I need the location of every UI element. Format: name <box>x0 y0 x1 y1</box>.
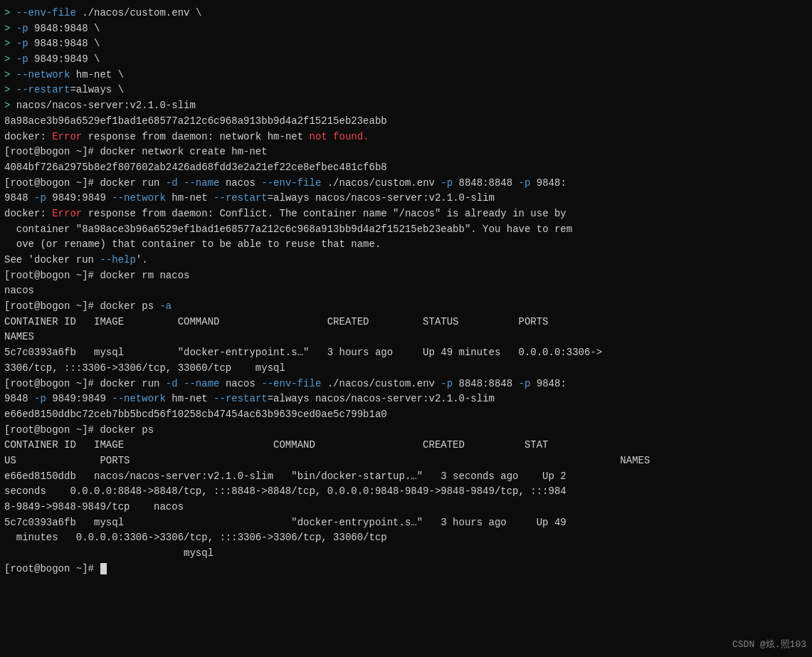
line-4: > -p 9849:9849 \ <box>3 52 809 68</box>
line-16: nacos <box>3 283 809 299</box>
table-row-2a2: seconds 0.0.0.0:8848->8848/tcp, :::8848-… <box>3 484 809 500</box>
line-7: > nacos/nacos-server:v2.1.0-slim <box>3 98 809 114</box>
line-14: See 'docker run --help'. <box>3 253 809 268</box>
watermark: CSDN @炫.照103 <box>732 638 806 652</box>
line-12b: 9848 -p 9849:9849 --network hm-net --res… <box>3 191 809 206</box>
line-18: [root@bogon ~]# docker run -d --name nac… <box>3 377 809 392</box>
line-13c: ove (or rename) that container to be abl… <box>3 237 809 253</box>
table-header-2b: US PORTS NAMES <box>3 453 809 469</box>
table-header-2: CONTAINER ID IMAGE COMMAND CREATED STAT <box>3 438 809 453</box>
table-row-1: 5c7c0393a6fb mysql "docker-entrypoint.s…… <box>3 345 809 361</box>
table-row-2b: 5c7c0393a6fb mysql "docker-entrypoint.s…… <box>3 515 809 531</box>
table-row-2a: e66ed8150ddb nacos/nacos-server:v2.1.0-s… <box>3 469 809 485</box>
line-5: > --network hm-net \ <box>3 68 809 83</box>
table-row-2b3: mysql <box>3 546 809 562</box>
line-18b: 9848 -p 9849:9849 --network hm-net --res… <box>3 391 809 407</box>
line-1: > --env-file ./nacos/custom.env \ <box>3 6 809 21</box>
line-8: 8a98ace3b96a6529ef1bad1e68577a212c6c968a… <box>3 114 809 130</box>
table-header-1: CONTAINER ID IMAGE COMMAND CREATED STATU… <box>3 315 809 345</box>
line-11: 4084bf726a2975b8e2f807602ab2426ad68fdd3e… <box>3 160 809 176</box>
table-row-2b2: minutes 0.0.0.0:3306->3306/tcp, :::3306-… <box>3 530 809 546</box>
cursor-blink <box>100 563 107 574</box>
line-9: docker: Error response from daemon: netw… <box>3 130 809 145</box>
line-10: [root@bogon ~]# docker network create hm… <box>3 144 809 160</box>
line-17: [root@bogon ~]# docker ps -a <box>3 299 809 315</box>
table-row-2a3: 8-9849->9848-9849/tcp nacos <box>3 500 809 515</box>
line-20: [root@bogon ~]# docker ps <box>3 423 809 438</box>
terminal: > --env-file ./nacos/custom.env \ > -p 9… <box>0 0 812 657</box>
prompt-line[interactable]: [root@bogon ~]# <box>3 562 809 577</box>
line-2: > -p 9848:9848 \ <box>3 21 809 37</box>
line-19: e66ed8150ddbc72ceb7bb5bcd56f10258cb47454… <box>3 407 809 423</box>
line-13: docker: Error response from daemon: Conf… <box>3 206 809 222</box>
line-6: > --restart=always \ <box>3 83 809 98</box>
line-13b: container "8a98ace3b96a6529ef1bad1e68577… <box>3 222 809 238</box>
line-12: [root@bogon ~]# docker run -d --name nac… <box>3 176 809 191</box>
line-3: > -p 9848:9848 \ <box>3 36 809 52</box>
table-row-1b: 3306/tcp, :::3306->3306/tcp, 33060/tcp m… <box>3 361 809 377</box>
line-15: [root@bogon ~]# docker rm nacos <box>3 268 809 284</box>
